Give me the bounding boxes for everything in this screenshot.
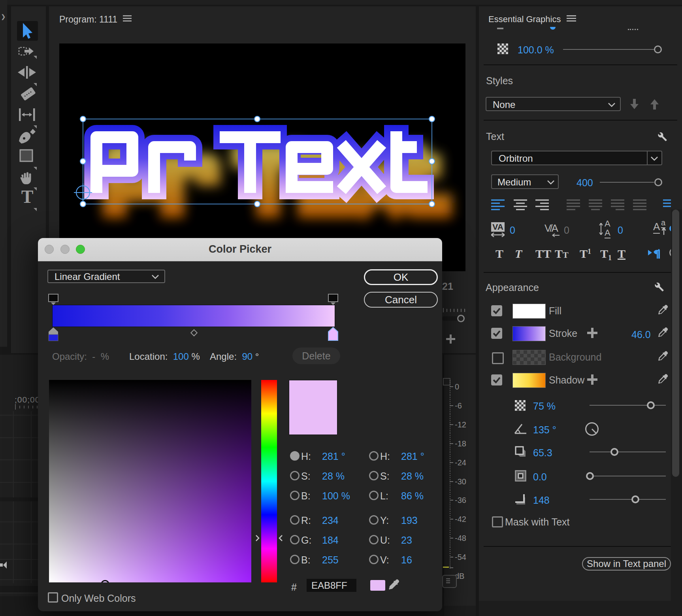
svg-text:T: T xyxy=(21,187,34,207)
